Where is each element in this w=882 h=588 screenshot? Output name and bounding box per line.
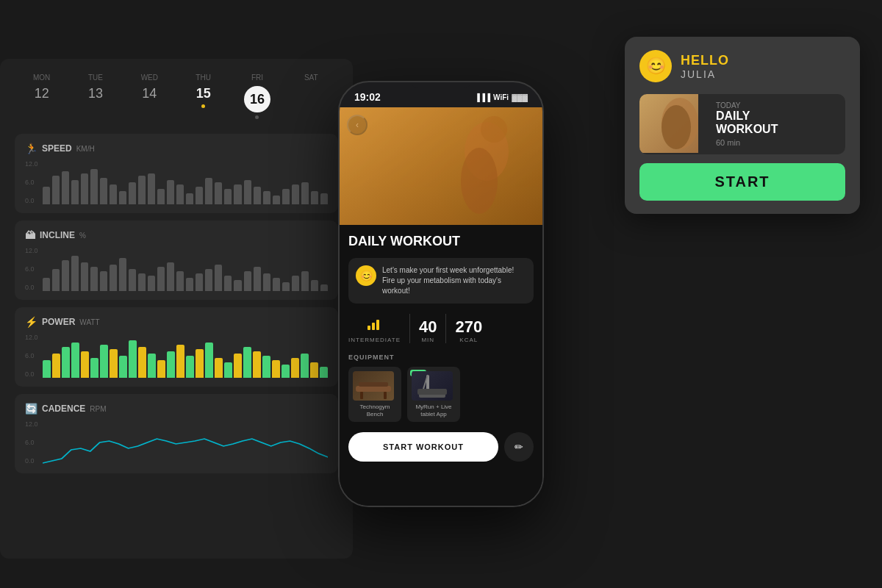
status-time: 19:02 <box>354 91 381 103</box>
workout-duration: 60 min <box>716 138 836 147</box>
start-workout-row: START WORKOUT ✏ <box>348 432 534 467</box>
svg-rect-8 <box>376 320 379 330</box>
svg-rect-2 <box>340 107 542 225</box>
power-icon: ⚡ <box>25 316 37 328</box>
message-box: 😊 Let's make your first week unforgettab… <box>348 258 534 304</box>
svg-rect-7 <box>372 323 375 330</box>
dashboard-panel: MON 12 TUE 13 WED 14 THU 15 FRI 16 SAT <box>0 59 353 559</box>
workout-name-card: DAILYWORKOUT <box>716 110 836 135</box>
phone-screen: ‹ DAILY WORKOUT 😊 <box>340 107 542 506</box>
status-icons: ▐▐▐ WiFi ▓▓▓ <box>475 93 528 101</box>
hero-image: ‹ <box>340 107 542 225</box>
wifi-icon: WiFi <box>493 93 509 101</box>
speed-icon: 🏃 <box>25 143 37 154</box>
start-button[interactable]: START <box>639 163 845 201</box>
svg-rect-12 <box>384 392 387 399</box>
hello-text: HELLO JULIA <box>681 53 729 80</box>
calendar-row: MON 12 TUE 13 WED 14 THU 15 FRI 16 SAT <box>15 74 338 119</box>
message-text: Let's make your first week unforgettable… <box>382 265 526 296</box>
speed-chart: 🏃 SPEED km/h 12.06.00.0 <box>15 134 338 213</box>
equipment-label: EQUIPMENT <box>348 354 534 361</box>
cal-thu: THU 15 <box>176 74 230 108</box>
bench-image <box>353 371 394 401</box>
battery-icon: ▓▓▓ <box>512 93 528 101</box>
equipment-row: TechnogymBench LIVE MyRun + Livetablet A… <box>348 367 534 422</box>
cal-mon: MON 12 <box>15 74 68 108</box>
phone-notch <box>412 82 470 88</box>
svg-rect-10 <box>359 382 388 387</box>
avatar: 😊 <box>639 50 672 82</box>
treadmill-name: MyRun + Livetablet App <box>412 404 456 417</box>
level-label: INTERMEDIATE <box>348 337 401 343</box>
svg-rect-9 <box>356 386 391 392</box>
daily-card-info: Today DAILYWORKOUT 60 min <box>707 94 845 154</box>
daily-card: Today DAILYWORKOUT 60 min <box>639 94 845 154</box>
user-name: JULIA <box>681 68 729 80</box>
bench-name: TechnogymBench <box>353 404 397 417</box>
svg-point-1 <box>662 105 691 149</box>
cadence-icon: 🔄 <box>25 403 37 415</box>
minutes-value: 40 <box>419 318 437 337</box>
stat-level: INTERMEDIATE <box>348 315 401 343</box>
stat-minutes: 40 MIN <box>419 318 437 343</box>
svg-point-5 <box>481 116 507 143</box>
signal-icon: ▐▐▐ <box>475 93 490 101</box>
cal-wed: WED 14 <box>123 74 176 108</box>
cal-sat: SAT <box>284 74 338 90</box>
equip-bench: TechnogymBench <box>348 367 401 422</box>
hello-user-row: 😊 HELLO JULIA <box>639 50 845 82</box>
power-bars <box>43 334 328 378</box>
today-label: Today <box>716 101 836 110</box>
treadmill-image <box>412 371 453 401</box>
msg-avatar: 😊 <box>356 265 376 286</box>
svg-point-4 <box>461 148 498 214</box>
cadence-line-chart <box>43 420 328 465</box>
start-workout-button[interactable]: START WORKOUT <box>348 432 498 462</box>
hello-card: 😊 HELLO JULIA Today DAILYWORKOUT 60 min … <box>625 37 860 214</box>
svg-rect-11 <box>360 392 363 399</box>
phone-mockup: 19:02 ▐▐▐ WiFi ▓▓▓ ‹ <box>338 81 544 507</box>
cal-tue: TUE 13 <box>68 74 122 108</box>
svg-rect-6 <box>368 326 370 330</box>
kcal-label: KCAL <box>455 337 482 343</box>
phone-workout-title: DAILY WORKOUT <box>348 234 534 249</box>
minutes-label: MIN <box>419 337 437 343</box>
level-icon <box>348 315 401 335</box>
stat-kcal: 270 KCAL <box>455 318 482 343</box>
kcal-value: 270 <box>455 318 482 337</box>
speed-bars <box>43 160 328 204</box>
phone-content[interactable]: DAILY WORKOUT 😊 Let's make your first we… <box>340 225 542 506</box>
cal-fri[interactable]: FRI 16 <box>230 74 284 119</box>
incline-icon: 🏔 <box>25 229 35 241</box>
incline-bars <box>43 247 328 291</box>
edit-button[interactable]: ✏ <box>504 432 534 462</box>
power-chart: ⚡ POWER watt 12.06.00.0 <box>15 307 338 387</box>
incline-chart: 🏔 INCLINE % 12.06.00.0 <box>15 220 338 300</box>
daily-card-image <box>639 94 698 153</box>
greeting-label: HELLO <box>681 53 729 68</box>
svg-rect-15 <box>417 389 447 395</box>
stats-row: INTERMEDIATE 40 MIN 270 KCAL <box>348 314 534 343</box>
cadence-chart: 🔄 CADENCE rpm 12.06.00.0 <box>15 394 338 473</box>
equip-treadmill[interactable]: LIVE MyRun + Livetablet App <box>407 367 460 422</box>
